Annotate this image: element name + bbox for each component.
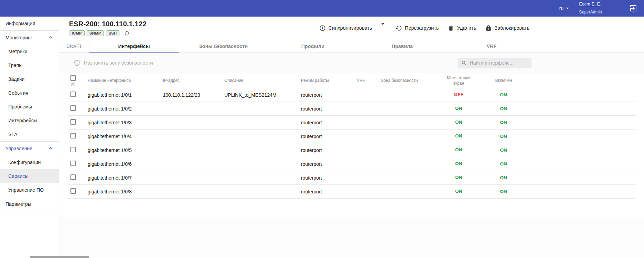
sidebar-item-label: Управление ПО: [8, 187, 44, 193]
column-header-enabled[interactable]: Включен: [478, 78, 529, 83]
enabled-status: ON: [478, 189, 529, 194]
work-mode: routerport: [297, 147, 353, 153]
user-menu[interactable]: Eccm E. E. SuperAdmin: [579, 1, 602, 16]
logout-icon: [629, 4, 637, 12]
sidebar-item-label: SLA: [8, 132, 17, 137]
row-checkbox[interactable]: [70, 133, 76, 138]
sidebar-item-metrics[interactable]: Метрики: [0, 45, 59, 58]
firewall-status: ON: [440, 174, 478, 181]
tab-rules[interactable]: Правила: [358, 40, 447, 52]
row-checkbox[interactable]: [70, 174, 76, 180]
sync-label: Синхронизировать: [329, 25, 372, 31]
row-checkbox[interactable]: [70, 188, 76, 194]
sidebar-group-management[interactable]: Управление: [0, 142, 59, 155]
row-checkbox[interactable]: [70, 147, 76, 152]
tab-draft[interactable]: DRAFT: [59, 40, 89, 52]
sidebar-item-label: События: [8, 90, 28, 96]
header-actions: Синхронизировать Перезагрузить Удалить З…: [319, 23, 529, 32]
sidebar-item-label: Параметры: [6, 201, 31, 207]
select-all-checkbox[interactable]: [70, 75, 76, 81]
row-checkbox[interactable]: [70, 161, 76, 166]
sidebar-item-parameters[interactable]: Параметры: [0, 197, 59, 211]
column-header-mode[interactable]: Режим работы: [297, 78, 353, 83]
table-row[interactable]: gigabitethernet 1/0/2 routerport ON ON: [68, 102, 636, 116]
tab-security-zones[interactable]: Зоны безопасности: [179, 40, 268, 52]
table-row[interactable]: gigabitethernet 1/0/1 100.110.1.122/23 U…: [68, 88, 636, 102]
column-header-ip[interactable]: IP-адрес: [159, 78, 221, 83]
interface-name: gigabitethernet 1/0/7: [84, 175, 159, 181]
row-checkbox[interactable]: [70, 119, 76, 125]
sidebar-item-label: Задачи: [8, 76, 25, 82]
sidebar-item-services[interactable]: Сервисы: [0, 169, 59, 183]
sync-dropdown-button[interactable]: [379, 23, 387, 32]
sidebar-item-label: Информация: [6, 21, 35, 26]
column-header-name[interactable]: Название интерфейса: [84, 78, 159, 83]
firewall-status: OFF: [440, 92, 478, 98]
horizontal-scrollbar[interactable]: [30, 256, 89, 258]
topbar: ru Eccm E. E. SuperAdmin: [0, 0, 644, 17]
chevron-up-icon: [49, 36, 52, 40]
lock-icon: [485, 25, 492, 31]
logout-button[interactable]: [629, 4, 638, 13]
row-checkbox-cell: [68, 133, 84, 140]
trash-icon: [448, 25, 454, 31]
firewall-status: ON: [440, 133, 478, 139]
interface-name: gigabitethernet 1/0/4: [84, 134, 159, 139]
tab-interfaces[interactable]: Интерфейсы: [89, 40, 179, 52]
sidebar-item-problems[interactable]: Проблемы: [0, 100, 59, 114]
table-row[interactable]: gigabitethernet 1/0/5 routerport ON ON: [68, 143, 636, 157]
sidebar-item-tasks[interactable]: Задачи: [0, 72, 59, 86]
sidebar-item-label: Конфигурации: [8, 160, 41, 165]
reboot-button[interactable]: Перезагрузить: [396, 25, 439, 31]
sync-icon: [124, 30, 130, 36]
column-header-vrf[interactable]: VRF: [353, 78, 378, 83]
user-name[interactable]: Eccm E. E.: [579, 1, 602, 8]
tab-vrf[interactable]: VRF: [447, 40, 536, 52]
enabled-status: ON: [478, 161, 529, 166]
sidebar-item-label: Метрики: [8, 49, 27, 54]
language-label: ru: [559, 6, 564, 11]
table-row[interactable]: gigabitethernet 1/0/7 routerport ON ON: [68, 171, 636, 185]
row-checkbox-cell: [68, 105, 84, 112]
sidebar-group-monitoring[interactable]: Мониторинг: [0, 31, 59, 45]
sidebar-item-label: Проблемы: [8, 104, 32, 109]
search-input[interactable]: [470, 60, 528, 66]
search-field[interactable]: [458, 58, 531, 68]
delete-button[interactable]: Удалить: [448, 25, 476, 31]
delete-label: Удалить: [457, 25, 476, 31]
sidebar-item-traps[interactable]: Трапы: [0, 58, 59, 72]
sidebar-item-software[interactable]: Управление ПО: [0, 183, 59, 197]
chevron-up-icon: [49, 147, 52, 151]
chevron-down-icon: [381, 23, 384, 31]
block-button[interactable]: Заблокировать: [485, 25, 529, 31]
enabled-status: ON: [478, 147, 529, 153]
user-role: SuperAdmin: [579, 10, 602, 15]
language-selector[interactable]: ru: [559, 6, 569, 11]
table-row[interactable]: gigabitethernet 1/0/4 routerport ON ON: [68, 130, 636, 143]
enabled-status: ON: [478, 120, 529, 125]
interface-name: gigabitethernet 1/0/6: [84, 161, 159, 167]
row-checkbox[interactable]: [70, 92, 76, 97]
sidebar-item-events[interactable]: События: [0, 86, 59, 100]
sync-button[interactable]: Синхронизировать: [319, 25, 372, 31]
table-row[interactable]: gigabitethernet 1/0/6 routerport ON ON: [68, 157, 636, 171]
interface-name: gigabitethernet 1/0/1: [84, 92, 159, 98]
tab-profiles[interactable]: Профили: [268, 40, 358, 52]
assign-zone-button[interactable]: Назначить зону безопасности: [74, 59, 153, 66]
enabled-status: ON: [478, 175, 529, 180]
sidebar-item-configurations[interactable]: Конфигурации: [0, 155, 59, 169]
column-header-description[interactable]: Описание: [221, 78, 297, 83]
sidebar-item-interfaces[interactable]: Интерфейсы: [0, 114, 59, 127]
sidebar-item-sla[interactable]: SLA: [0, 127, 59, 141]
refresh-status-button[interactable]: [124, 30, 130, 36]
column-header-zone[interactable]: Зона безопасности: [378, 78, 440, 83]
column-header-firewall[interactable]: Межсетевой экран: [440, 75, 478, 86]
divider: [0, 211, 59, 211]
work-mode: routerport: [297, 106, 353, 112]
table-row[interactable]: gigabitethernet 1/0/8 routerport ON ON: [68, 185, 636, 199]
assign-zone-label: Назначить зону безопасности: [84, 60, 153, 66]
table-row[interactable]: gigabitethernet 1/0/3 routerport ON ON: [68, 116, 636, 130]
sidebar-item-information[interactable]: Информация: [0, 17, 59, 30]
sidebar-item-label: Трапы: [8, 63, 22, 68]
row-checkbox[interactable]: [70, 105, 76, 111]
